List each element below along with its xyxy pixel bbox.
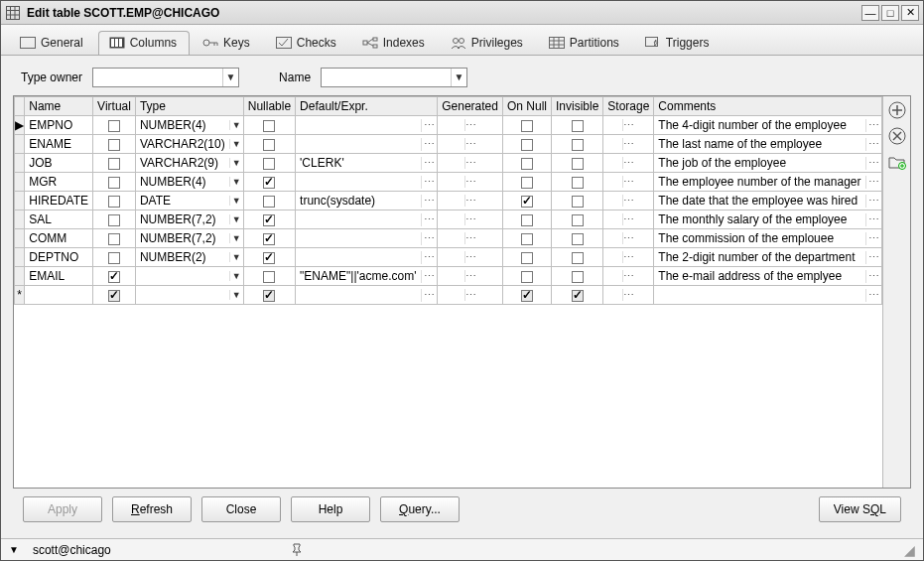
cell-name[interactable]: EMAIL [25,267,92,285]
cell-default[interactable]: ⋯ [296,116,437,134]
checkbox[interactable] [521,177,533,189]
ellipsis-icon[interactable]: ⋯ [622,195,634,207]
col-header[interactable]: Comments [654,97,882,116]
ellipsis-icon[interactable]: ⋯ [622,289,634,301]
ellipsis-icon[interactable]: ⋯ [865,251,881,264]
ellipsis-icon[interactable]: ⋯ [464,138,476,150]
row-marker[interactable] [15,192,25,210]
ellipsis-icon[interactable]: ⋯ [421,119,437,132]
cell-comment[interactable]: The 2-digit number of the department⋯ [654,248,881,266]
cell-comment[interactable]: The commission of the emplouee⋯ [654,229,881,247]
tab-checks[interactable]: Checks [265,31,349,55]
chevron-down-icon[interactable]: ▼ [229,139,243,149]
col-header[interactable]: Invisible [551,97,602,116]
checkbox[interactable] [108,177,120,189]
cell-type[interactable]: NUMBER(4)▼ [136,173,243,191]
checkbox[interactable] [521,271,533,283]
checkbox[interactable] [572,252,584,264]
checkbox[interactable] [263,120,275,132]
cell-name[interactable]: JOB [25,154,92,172]
table-row[interactable]: ENAMEVARCHAR2(10)▼⋯⋯⋯The last name of th… [15,135,882,154]
help-button[interactable]: Help [291,496,370,522]
checkbox[interactable] [108,158,120,170]
ellipsis-icon[interactable]: ⋯ [622,270,634,282]
checkbox[interactable] [108,252,120,264]
tab-keys[interactable]: Keys [192,31,263,55]
cell-default[interactable]: 'CLERK'⋯ [296,154,437,172]
checkbox[interactable] [108,290,120,302]
checkbox[interactable] [263,271,275,283]
cell-comment[interactable]: The monthly salary of the employee⋯ [654,210,881,228]
cell-name[interactable]: DEPTNO [25,248,92,266]
maximize-button[interactable]: □ [881,5,899,21]
checkbox[interactable] [263,139,275,151]
table-row[interactable]: SALNUMBER(7,2)▼⋯⋯⋯The monthly salary of … [15,210,882,229]
ellipsis-icon[interactable]: ⋯ [865,138,881,151]
cell-comment[interactable]: The 4-digit number of the employee⋯ [654,116,881,134]
ellipsis-icon[interactable]: ⋯ [865,213,881,226]
row-marker[interactable] [15,135,25,154]
cell-comment[interactable]: The employee number of the manager⋯ [654,173,881,191]
col-header[interactable]: Storage [603,97,654,116]
checkbox[interactable] [572,139,584,151]
tab-general[interactable]: General [9,31,96,55]
columns-grid[interactable]: NameVirtualTypeNullableDefault/Expr.Gene… [14,96,882,488]
ellipsis-icon[interactable]: ⋯ [865,157,881,170]
row-marker[interactable] [15,229,25,248]
checkbox[interactable] [521,290,533,302]
col-header[interactable]: Virtual [93,97,136,116]
checkbox[interactable] [572,120,584,132]
col-header[interactable]: Nullable [243,97,295,116]
checkbox[interactable] [521,196,533,208]
ellipsis-icon[interactable]: ⋯ [464,176,476,188]
checkbox[interactable] [521,158,533,170]
chevron-down-icon[interactable]: ▼ [229,233,243,243]
ellipsis-icon[interactable]: ⋯ [865,232,881,245]
ellipsis-icon[interactable]: ⋯ [421,232,437,245]
checkbox[interactable] [572,214,584,226]
ellipsis-icon[interactable]: ⋯ [464,251,476,263]
resize-grip-icon[interactable]: ◢ [904,542,915,558]
row-marker[interactable] [15,173,25,192]
ellipsis-icon[interactable]: ⋯ [865,176,881,189]
ellipsis-icon[interactable]: ⋯ [622,157,634,169]
name-combo[interactable]: ▼ [321,68,467,87]
tab-privileges[interactable]: Privileges [440,31,536,55]
add-row-icon[interactable] [887,100,907,120]
checkbox[interactable] [572,290,584,302]
tab-columns[interactable]: Columns [98,31,190,55]
checkbox[interactable] [108,233,120,245]
checkbox[interactable] [263,158,275,170]
checkbox[interactable] [572,196,584,208]
type-owner-combo[interactable]: ▼ [92,68,239,87]
ellipsis-icon[interactable]: ⋯ [865,195,881,208]
chevron-down-icon[interactable]: ▼ [222,69,238,86]
col-header[interactable]: Name [25,97,93,116]
checkbox[interactable] [108,139,120,151]
ellipsis-icon[interactable]: ⋯ [464,119,476,131]
chevron-down-icon[interactable]: ▼ [229,196,243,206]
row-marker[interactable] [15,248,25,267]
checkbox[interactable] [572,233,584,245]
tab-indexes[interactable]: Indexes [351,31,438,55]
checkbox[interactable] [263,233,275,245]
cell-name[interactable]: EMPNO [25,116,92,134]
add-folder-icon[interactable] [887,152,907,172]
checkbox[interactable] [521,139,533,151]
ellipsis-icon[interactable]: ⋯ [622,138,634,150]
ellipsis-icon[interactable]: ⋯ [622,251,634,263]
row-marker[interactable] [15,154,25,173]
cell-default[interactable]: ⋯ [296,248,437,266]
table-row[interactable]: DEPTNONUMBER(2)▼⋯⋯⋯The 2-digit number of… [15,248,882,267]
chevron-down-icon[interactable]: ▼ [451,69,466,86]
cell-type[interactable]: VARCHAR2(10)▼ [136,135,243,153]
refresh-button[interactable]: Refresh [112,496,192,522]
checkbox[interactable] [572,158,584,170]
cell-type[interactable]: NUMBER(2)▼ [136,248,243,266]
checkbox[interactable] [521,252,533,264]
cell-default[interactable]: ⋯ [296,135,437,153]
cell-default[interactable]: ⋯ [296,229,437,247]
table-row[interactable]: JOBVARCHAR2(9)▼'CLERK'⋯⋯⋯The job of the … [15,154,882,173]
table-new-row[interactable]: *▼⋯⋯⋯⋯ [15,286,882,305]
cell-name[interactable]: COMM [25,229,92,247]
